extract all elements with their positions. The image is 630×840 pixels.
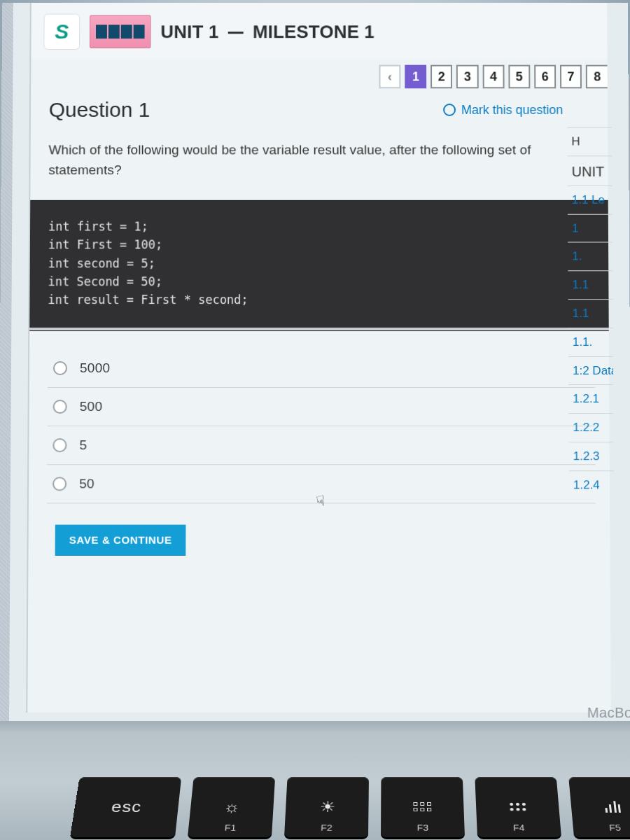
macbook-label: MacBoo bbox=[587, 705, 630, 721]
key-f2[interactable]: ☀ F2 bbox=[284, 777, 369, 837]
brightness-down-icon: ☼ bbox=[223, 798, 241, 816]
pager-item-3[interactable]: 3 bbox=[456, 65, 478, 89]
sidebar-top: H bbox=[567, 127, 612, 155]
answer-label: 50 bbox=[79, 476, 94, 491]
code-line: int second = 5; bbox=[48, 254, 591, 272]
key-label: esc bbox=[111, 798, 143, 816]
key-f3[interactable]: F3 bbox=[381, 777, 465, 837]
radio-icon bbox=[52, 477, 66, 491]
lesson-sidebar: H UNIT 1.1 Le 1 1. 1.1 1.1 1.1. 1:2 Data… bbox=[567, 127, 614, 499]
radio-icon bbox=[53, 400, 67, 414]
question-pager: ‹ 1 2 3 4 5 6 7 8 bbox=[31, 65, 608, 89]
sidebar-item[interactable]: 1.2.4 bbox=[569, 470, 614, 499]
launchpad-icon bbox=[510, 803, 526, 811]
unit-thumbnail bbox=[90, 15, 151, 48]
question-panel: Question 1 Mark this question Which of t… bbox=[28, 88, 610, 570]
answer-label: 5000 bbox=[80, 360, 111, 376]
radio-icon bbox=[52, 438, 66, 452]
pager-item-7[interactable]: 7 bbox=[560, 65, 582, 89]
sidebar-item[interactable]: 1.1 bbox=[568, 270, 612, 299]
code-line: int result = First * second; bbox=[48, 290, 590, 309]
sidebar-item[interactable]: 1.1 Le bbox=[568, 186, 612, 214]
title-right: MILESTONE 1 bbox=[253, 21, 374, 42]
sidebar-item[interactable]: 1:2 Data bbox=[568, 356, 613, 385]
pager-prev-button[interactable]: ‹ bbox=[379, 65, 400, 89]
key-f4[interactable]: F4 bbox=[475, 777, 561, 837]
save-continue-button[interactable]: SAVE & CONTINUE bbox=[55, 524, 186, 554]
sidebar-item[interactable]: 1.2.1 bbox=[568, 384, 613, 413]
brand-glyph: S bbox=[55, 20, 69, 44]
sidebar-item[interactable]: 1.2.3 bbox=[569, 442, 614, 470]
laptop-bezel: esc ☼ F1 ☀ F2 F3 F4 F5 bbox=[0, 721, 630, 840]
answer-option[interactable]: 500 bbox=[48, 388, 596, 426]
header: S UNIT 1 MILESTONE 1 bbox=[31, 3, 607, 59]
code-line: int Second = 50; bbox=[48, 272, 591, 290]
key-label: F4 bbox=[513, 823, 525, 832]
brand-logo: S bbox=[43, 14, 80, 50]
key-f5[interactable]: F5 bbox=[568, 777, 630, 837]
title-left: UNIT 1 bbox=[160, 21, 218, 42]
browser-left-edge bbox=[0, 3, 13, 727]
pager-item-4[interactable]: 4 bbox=[482, 65, 504, 89]
answer-option[interactable]: 5000 bbox=[48, 349, 595, 388]
brightness-up-icon: ☀ bbox=[319, 798, 335, 816]
code-line: int first = 1; bbox=[48, 218, 590, 236]
circle-icon bbox=[443, 104, 456, 116]
chevron-left-icon: ‹ bbox=[388, 69, 392, 84]
dictation-icon bbox=[604, 801, 621, 812]
code-line: int First = 100; bbox=[48, 236, 590, 254]
sidebar-item[interactable]: 1. bbox=[568, 242, 612, 271]
question-prompt: Which of the following would be the vari… bbox=[48, 140, 550, 181]
sidebar-item[interactable]: 1 bbox=[568, 214, 612, 242]
pager-item-5[interactable]: 5 bbox=[508, 65, 530, 89]
radio-icon bbox=[53, 361, 67, 375]
sidebar-item[interactable]: 1.2.2 bbox=[568, 413, 613, 442]
answer-option[interactable]: 5 bbox=[47, 426, 596, 465]
mission-control-icon bbox=[413, 802, 431, 811]
mark-question-label: Mark this question bbox=[461, 103, 563, 118]
pager-item-1[interactable]: 1 bbox=[405, 65, 426, 89]
answer-label: 5 bbox=[79, 438, 87, 453]
page-title: UNIT 1 MILESTONE 1 bbox=[160, 21, 374, 43]
question-title: Question 1 bbox=[49, 98, 150, 122]
keyboard-row: esc ☼ F1 ☀ F2 F3 F4 F5 bbox=[70, 777, 630, 837]
key-esc[interactable]: esc bbox=[70, 777, 181, 837]
title-dash-icon bbox=[228, 31, 244, 34]
sidebar-heading: UNIT bbox=[568, 155, 612, 186]
app-frame: S UNIT 1 MILESTONE 1 ‹ 1 2 3 4 bbox=[26, 3, 611, 713]
key-label: F1 bbox=[224, 823, 236, 832]
key-label: F5 bbox=[609, 823, 622, 832]
pager-item-6[interactable]: 6 bbox=[534, 65, 556, 89]
answer-label: 500 bbox=[80, 399, 103, 414]
pager-item-2[interactable]: 2 bbox=[430, 65, 452, 89]
code-block: int first = 1; int First = 100; int seco… bbox=[29, 200, 609, 331]
mark-question-toggle[interactable]: Mark this question bbox=[443, 103, 563, 118]
sidebar-item[interactable]: 1.1 bbox=[568, 299, 613, 328]
key-f1[interactable]: ☼ F1 bbox=[188, 777, 275, 837]
answer-list: 5000 500 5 50 bbox=[47, 349, 596, 503]
sidebar-item[interactable]: 1.1. bbox=[568, 328, 613, 356]
key-label: F2 bbox=[321, 823, 332, 832]
key-label: F3 bbox=[417, 823, 428, 832]
pager-item-8[interactable]: 8 bbox=[586, 65, 608, 89]
